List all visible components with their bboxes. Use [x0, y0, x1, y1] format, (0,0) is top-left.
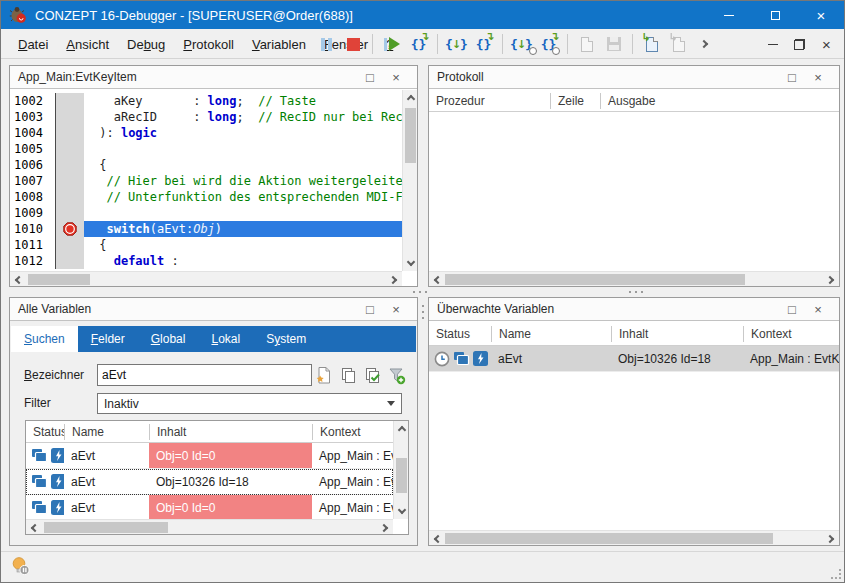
tab-system[interactable]: System [253, 326, 319, 352]
close-button[interactable]: × [798, 1, 844, 29]
breakpoint-gutter[interactable] [56, 253, 84, 269]
editor-panel-titlebar[interactable]: App_Main:EvtKeyItem □ × [10, 66, 417, 89]
select-all-button[interactable] [361, 364, 383, 386]
breakpoint-gutter[interactable] [56, 109, 84, 125]
scroll-thumb[interactable] [44, 522, 168, 533]
watch-panel-titlebar[interactable]: Überwachte Variablen □ × [429, 298, 839, 321]
column-header-kontext[interactable]: Kontext [312, 424, 393, 440]
column-header-zeile[interactable]: Zeile [550, 93, 600, 109]
mdi-close-button[interactable]: × [813, 31, 840, 57]
code-line-1012[interactable]: 1012 default : [10, 253, 402, 269]
editor-hscrollbar[interactable] [10, 271, 402, 286]
tab-lokal[interactable]: Lokal [198, 326, 253, 352]
scroll-right-arrow[interactable] [378, 520, 393, 535]
scroll-thumb[interactable] [445, 533, 773, 544]
allvars-panel-titlebar[interactable]: Alle Variablen □ × [10, 298, 417, 321]
code-line-1006[interactable]: 1006 { [10, 157, 402, 173]
column-header-inhalt[interactable]: Inhalt [611, 326, 743, 342]
scroll-thumb[interactable] [405, 108, 416, 163]
code-line-1009[interactable]: 1009 [10, 205, 402, 221]
bezeichner-input[interactable] [97, 364, 312, 386]
panel-maximize-button[interactable]: □ [779, 66, 805, 88]
panel-maximize-button[interactable]: □ [357, 66, 383, 88]
step-over-timed-button[interactable]: {}↴ [535, 31, 562, 57]
protokoll-hscrollbar[interactable] [429, 271, 839, 286]
scroll-right-arrow[interactable] [387, 272, 402, 287]
column-header-name[interactable]: Name [64, 424, 149, 440]
scroll-down-arrow[interactable] [394, 504, 409, 519]
pause-button[interactable] [313, 31, 340, 57]
panel-close-button[interactable]: × [805, 66, 831, 88]
code-line-1007[interactable]: 1007 // Hier bei wird die Aktion weiterg… [10, 173, 402, 189]
menu-protokoll[interactable]: Protokoll [174, 37, 243, 52]
filter-dropdown[interactable]: Inaktiv [97, 393, 402, 414]
column-header-prozedur[interactable]: Prozedur [429, 93, 550, 109]
new-search-button[interactable] [312, 364, 334, 386]
allvars-vscrollbar[interactable] [393, 421, 408, 519]
resize-grip[interactable] [831, 569, 841, 579]
panel-maximize-button[interactable]: □ [779, 298, 805, 320]
step-into-button[interactable]: {↓} [443, 31, 470, 57]
column-header-inhalt[interactable]: Inhalt [149, 424, 312, 440]
variable-row[interactable]: aEvtObj=0 Id=0App_Main : Ev [26, 495, 393, 519]
scroll-thumb[interactable] [28, 274, 90, 285]
code-line-1011[interactable]: 1011 { [10, 237, 402, 253]
column-header-kontext[interactable]: Kontext [743, 326, 839, 342]
panel-close-button[interactable]: × [383, 66, 409, 88]
breakpoint-gutter[interactable] [56, 205, 84, 221]
step-into-timed-button[interactable]: {↓} [508, 31, 535, 57]
protokoll-panel-titlebar[interactable]: Protokoll □ × [429, 66, 839, 89]
scroll-left-arrow[interactable] [10, 272, 25, 287]
toolbar-overflow-button[interactable] [692, 31, 719, 57]
allvars-hscrollbar[interactable] [26, 519, 393, 534]
code-editor[interactable]: 1002 aKey : long; // Taste1003 aRecID : … [10, 90, 417, 286]
scroll-up-arrow[interactable] [394, 421, 409, 436]
scroll-down-arrow[interactable] [403, 256, 418, 271]
continue-button[interactable] [378, 31, 405, 57]
tab-felder[interactable]: Felder [78, 326, 138, 352]
breakpoint-gutter[interactable] [56, 157, 84, 173]
panel-maximize-button[interactable]: □ [357, 298, 383, 320]
code-line-1002[interactable]: 1002 aKey : long; // Taste [10, 93, 402, 109]
scroll-left-arrow[interactable] [429, 272, 444, 287]
breakpoint-gutter[interactable] [56, 125, 84, 141]
horizontal-splitter[interactable] [9, 287, 838, 297]
column-header-status[interactable]: Status [429, 326, 491, 342]
code-line-1008[interactable]: 1008 // Unterfunktion des entsprechenden… [10, 189, 402, 205]
editor-vscrollbar[interactable] [402, 90, 417, 271]
watch-hscrollbar[interactable] [429, 530, 839, 545]
breakpoint-gutter[interactable] [56, 141, 84, 157]
tab-suchen[interactable]: Suchen [11, 326, 78, 352]
menu-ansicht[interactable]: Ansicht [57, 37, 118, 52]
copy-button[interactable] [337, 364, 359, 386]
code-line-1003[interactable]: 1003 aRecID : long; // RecID nur bei Rec… [10, 109, 402, 125]
mdi-restore-button[interactable] [786, 31, 813, 57]
panel-close-button[interactable]: × [383, 298, 409, 320]
breakpoint-gutter[interactable] [56, 173, 84, 189]
add-filter-button[interactable] [385, 364, 407, 386]
breakpoint-gutter[interactable] [56, 93, 84, 109]
load-watch-button[interactable]: ↳ [638, 31, 665, 57]
scroll-thumb[interactable] [396, 458, 407, 493]
variable-row[interactable]: aEvtObj=0 Id=0App_Main : Ev [26, 443, 393, 469]
menu-debug[interactable]: Debug [118, 37, 174, 52]
step-over-button[interactable]: {}↴ [405, 31, 432, 57]
breakpoint-gutter[interactable] [56, 189, 84, 205]
code-line-1004[interactable]: 1004 ): logic [10, 125, 402, 141]
stop-button[interactable] [340, 31, 367, 57]
menu-datei[interactable]: Datei [9, 37, 57, 52]
titlebar[interactable]: CONZEPT 16-Debugger - [SUPERUSER@Order(6… [1, 1, 844, 29]
panel-close-button[interactable]: × [805, 298, 831, 320]
variable-row[interactable]: aEvtObj=10326 Id=18App_Main : Ev [26, 469, 393, 495]
menu-variablen[interactable]: Variablen [243, 37, 315, 52]
code-line-1010[interactable]: 1010 switch(aEvt:Obj) [10, 221, 402, 237]
scroll-left-arrow[interactable] [429, 531, 444, 546]
tab-global[interactable]: Global [138, 326, 199, 352]
scroll-thumb[interactable] [445, 274, 745, 285]
minimize-button[interactable] [706, 1, 752, 29]
breakpoint-gutter[interactable] [56, 237, 84, 253]
scroll-left-arrow[interactable] [26, 520, 41, 535]
column-header-name[interactable]: Name [491, 326, 611, 342]
breakpoint-gutter[interactable] [56, 221, 84, 237]
column-header-status[interactable]: Status [26, 424, 64, 440]
